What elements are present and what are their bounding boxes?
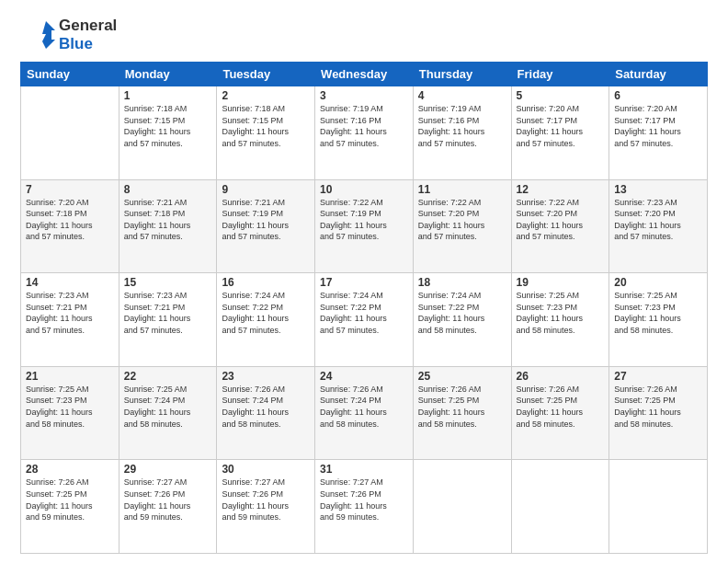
day-number: 24: [320, 370, 408, 383]
day-info: Sunrise: 7:26 AM Sunset: 7:24 PM Dayligh…: [320, 384, 408, 430]
table-row: 3Sunrise: 7:19 AM Sunset: 7:16 PM Daylig…: [315, 86, 414, 180]
day-info: Sunrise: 7:26 AM Sunset: 7:25 PM Dayligh…: [26, 477, 114, 523]
day-info: Sunrise: 7:25 AM Sunset: 7:23 PM Dayligh…: [26, 384, 114, 430]
col-tuesday: Tuesday: [217, 63, 315, 86]
table-row: 9Sunrise: 7:21 AM Sunset: 7:19 PM Daylig…: [217, 179, 315, 273]
day-info: Sunrise: 7:25 AM Sunset: 7:23 PM Dayligh…: [517, 290, 605, 336]
day-info: Sunrise: 7:26 AM Sunset: 7:24 PM Dayligh…: [222, 384, 310, 430]
col-sunday: Sunday: [21, 63, 119, 86]
calendar-table: Sunday Monday Tuesday Wednesday Thursday…: [20, 62, 708, 554]
day-number: 30: [222, 463, 310, 476]
table-row: [413, 460, 511, 554]
day-number: 21: [26, 370, 114, 383]
day-number: 1: [124, 89, 212, 102]
table-row: 30Sunrise: 7:27 AM Sunset: 7:26 PM Dayli…: [217, 460, 315, 554]
day-number: 5: [517, 89, 605, 102]
day-number: 25: [418, 370, 506, 383]
table-row: 25Sunrise: 7:26 AM Sunset: 7:25 PM Dayli…: [413, 366, 511, 460]
day-number: 9: [222, 183, 310, 196]
table-row: 8Sunrise: 7:21 AM Sunset: 7:18 PM Daylig…: [119, 179, 217, 273]
day-number: 19: [517, 276, 605, 289]
day-number: 14: [26, 276, 114, 289]
day-info: Sunrise: 7:21 AM Sunset: 7:18 PM Dayligh…: [124, 197, 212, 243]
table-row: 10Sunrise: 7:22 AM Sunset: 7:19 PM Dayli…: [315, 179, 414, 273]
day-info: Sunrise: 7:19 AM Sunset: 7:16 PM Dayligh…: [418, 103, 506, 149]
day-number: 17: [320, 276, 408, 289]
page: General Blue Sunday Monday Tuesday Wedne…: [0, 0, 728, 563]
table-row: 7Sunrise: 7:20 AM Sunset: 7:18 PM Daylig…: [21, 179, 119, 273]
table-row: [21, 86, 119, 180]
table-row: 14Sunrise: 7:23 AM Sunset: 7:21 PM Dayli…: [21, 273, 119, 367]
day-info: Sunrise: 7:26 AM Sunset: 7:25 PM Dayligh…: [418, 384, 506, 430]
day-number: 27: [614, 370, 702, 383]
table-row: 6Sunrise: 7:20 AM Sunset: 7:17 PM Daylig…: [609, 86, 708, 180]
calendar-week-row: 28Sunrise: 7:26 AM Sunset: 7:25 PM Dayli…: [21, 460, 708, 554]
day-info: Sunrise: 7:23 AM Sunset: 7:21 PM Dayligh…: [124, 290, 212, 336]
day-number: 26: [517, 370, 605, 383]
day-number: 15: [124, 276, 212, 289]
calendar-header-row: Sunday Monday Tuesday Wednesday Thursday…: [21, 63, 708, 86]
day-number: 7: [26, 183, 114, 196]
day-info: Sunrise: 7:18 AM Sunset: 7:15 PM Dayligh…: [222, 103, 310, 149]
table-row: 19Sunrise: 7:25 AM Sunset: 7:23 PM Dayli…: [511, 273, 609, 367]
day-info: Sunrise: 7:26 AM Sunset: 7:25 PM Dayligh…: [614, 384, 702, 430]
table-row: 4Sunrise: 7:19 AM Sunset: 7:16 PM Daylig…: [413, 86, 511, 180]
calendar-week-row: 7Sunrise: 7:20 AM Sunset: 7:18 PM Daylig…: [21, 179, 708, 273]
table-row: 22Sunrise: 7:25 AM Sunset: 7:24 PM Dayli…: [119, 366, 217, 460]
table-row: 23Sunrise: 7:26 AM Sunset: 7:24 PM Dayli…: [217, 366, 315, 460]
day-number: 23: [222, 370, 310, 383]
day-info: Sunrise: 7:27 AM Sunset: 7:26 PM Dayligh…: [320, 477, 408, 523]
table-row: 27Sunrise: 7:26 AM Sunset: 7:25 PM Dayli…: [609, 366, 708, 460]
day-number: 6: [614, 89, 702, 102]
col-saturday: Saturday: [609, 63, 708, 86]
day-info: Sunrise: 7:24 AM Sunset: 7:22 PM Dayligh…: [222, 290, 310, 336]
table-row: 15Sunrise: 7:23 AM Sunset: 7:21 PM Dayli…: [119, 273, 217, 367]
day-number: 11: [418, 183, 506, 196]
day-info: Sunrise: 7:21 AM Sunset: 7:19 PM Dayligh…: [222, 197, 310, 243]
calendar-week-row: 1Sunrise: 7:18 AM Sunset: 7:15 PM Daylig…: [21, 86, 708, 180]
day-info: Sunrise: 7:20 AM Sunset: 7:17 PM Dayligh…: [614, 103, 702, 149]
table-row: 20Sunrise: 7:25 AM Sunset: 7:23 PM Dayli…: [609, 273, 708, 367]
day-info: Sunrise: 7:24 AM Sunset: 7:22 PM Dayligh…: [418, 290, 506, 336]
svg-marker-0: [42, 21, 55, 49]
table-row: 2Sunrise: 7:18 AM Sunset: 7:15 PM Daylig…: [217, 86, 315, 180]
day-number: 13: [614, 183, 702, 196]
day-info: Sunrise: 7:27 AM Sunset: 7:26 PM Dayligh…: [124, 477, 212, 523]
day-number: 22: [124, 370, 212, 383]
day-number: 20: [614, 276, 702, 289]
day-number: 4: [418, 89, 506, 102]
logo: General Blue: [20, 17, 117, 52]
table-row: 31Sunrise: 7:27 AM Sunset: 7:26 PM Dayli…: [315, 460, 414, 554]
day-info: Sunrise: 7:20 AM Sunset: 7:18 PM Dayligh…: [26, 197, 114, 243]
day-info: Sunrise: 7:26 AM Sunset: 7:25 PM Dayligh…: [517, 384, 605, 430]
table-row: 5Sunrise: 7:20 AM Sunset: 7:17 PM Daylig…: [511, 86, 609, 180]
table-row: 12Sunrise: 7:22 AM Sunset: 7:20 PM Dayli…: [511, 179, 609, 273]
header: General Blue: [20, 17, 708, 52]
table-row: [609, 460, 708, 554]
table-row: 11Sunrise: 7:22 AM Sunset: 7:20 PM Dayli…: [413, 179, 511, 273]
day-info: Sunrise: 7:19 AM Sunset: 7:16 PM Dayligh…: [320, 103, 408, 149]
day-info: Sunrise: 7:22 AM Sunset: 7:19 PM Dayligh…: [320, 197, 408, 243]
col-thursday: Thursday: [413, 63, 511, 86]
day-number: 18: [418, 276, 506, 289]
table-row: 16Sunrise: 7:24 AM Sunset: 7:22 PM Dayli…: [217, 273, 315, 367]
day-info: Sunrise: 7:25 AM Sunset: 7:23 PM Dayligh…: [614, 290, 702, 336]
table-row: [511, 460, 609, 554]
table-row: 1Sunrise: 7:18 AM Sunset: 7:15 PM Daylig…: [119, 86, 217, 180]
calendar-week-row: 21Sunrise: 7:25 AM Sunset: 7:23 PM Dayli…: [21, 366, 708, 460]
day-number: 3: [320, 89, 408, 102]
col-wednesday: Wednesday: [315, 63, 414, 86]
day-number: 8: [124, 183, 212, 196]
day-info: Sunrise: 7:22 AM Sunset: 7:20 PM Dayligh…: [418, 197, 506, 243]
calendar-week-row: 14Sunrise: 7:23 AM Sunset: 7:21 PM Dayli…: [21, 273, 708, 367]
day-info: Sunrise: 7:18 AM Sunset: 7:15 PM Dayligh…: [124, 103, 212, 149]
col-monday: Monday: [119, 63, 217, 86]
table-row: 26Sunrise: 7:26 AM Sunset: 7:25 PM Dayli…: [511, 366, 609, 460]
col-friday: Friday: [511, 63, 609, 86]
day-number: 31: [320, 463, 408, 476]
day-number: 29: [124, 463, 212, 476]
table-row: 17Sunrise: 7:24 AM Sunset: 7:22 PM Dayli…: [315, 273, 414, 367]
table-row: 18Sunrise: 7:24 AM Sunset: 7:22 PM Dayli…: [413, 273, 511, 367]
table-row: 29Sunrise: 7:27 AM Sunset: 7:26 PM Dayli…: [119, 460, 217, 554]
table-row: 24Sunrise: 7:26 AM Sunset: 7:24 PM Dayli…: [315, 366, 414, 460]
